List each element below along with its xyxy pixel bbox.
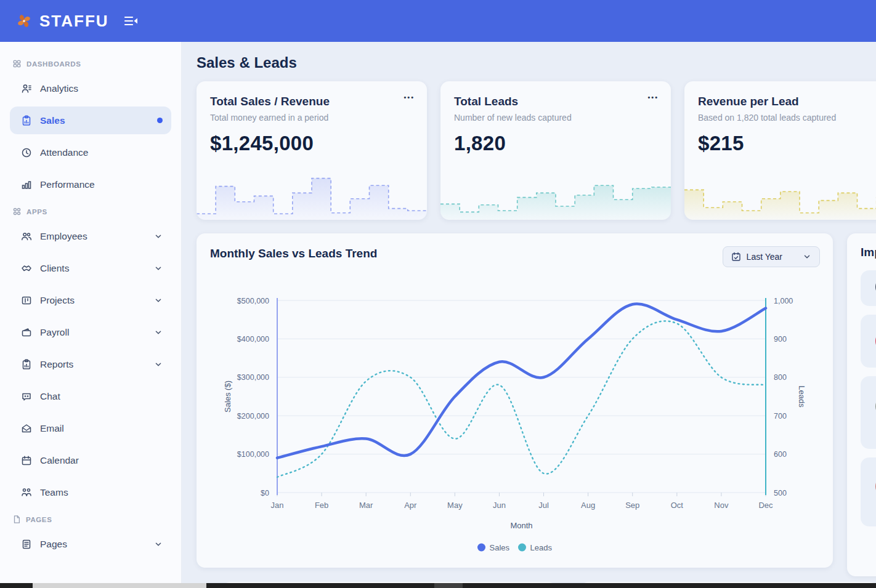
calendar-check-icon: [731, 252, 741, 262]
legend-leads-label[interactable]: Leads: [530, 543, 553, 552]
svg-text:Leads: Leads: [797, 385, 806, 408]
svg-text:$500,000: $500,000: [237, 297, 269, 305]
card-subtitle: Number of new leads captured: [454, 113, 657, 123]
top-app-bar: STAFFU: [0, 0, 876, 42]
file-icon: [12, 515, 21, 524]
card-total-sales: Total Sales / Revenue Total money earned…: [197, 81, 427, 220]
svg-text:$200,000: $200,000: [237, 412, 269, 421]
clients-handshake-icon: [21, 263, 32, 274]
panel-list-item[interactable]: [861, 315, 876, 368]
email-icon: [21, 423, 32, 434]
svg-text:500: 500: [774, 489, 787, 497]
svg-text:Aug: Aug: [581, 501, 595, 510]
side-panel-title: Imp: [861, 246, 876, 259]
sidebar-collapse-icon[interactable]: [124, 15, 139, 27]
sales-report-icon: [21, 115, 32, 126]
sidebar-item-clients[interactable]: Clients: [10, 254, 171, 282]
sidebar: DASHBOARDS Analytics Sales Attendance Pe…: [0, 42, 182, 588]
leads-sparkline: [440, 163, 671, 220]
horizontal-scrollbar[interactable]: [0, 583, 876, 588]
sales-sparkline: [197, 163, 427, 220]
side-panel-card: Imp: [847, 233, 876, 576]
legend-leads-dot[interactable]: [518, 544, 526, 552]
sales-line: [277, 304, 766, 457]
svg-text:Sep: Sep: [625, 501, 639, 510]
legend-sales-label[interactable]: Sales: [490, 543, 510, 552]
sidebar-item-teams[interactable]: Teams: [10, 478, 171, 506]
main-content: Sales & Leads Total Sales / Revenue Tota…: [182, 42, 876, 588]
svg-text:Month: Month: [510, 521, 532, 530]
sidebar-item-projects[interactable]: Projects: [10, 286, 171, 314]
svg-text:700: 700: [774, 412, 787, 421]
sidebar-item-chat[interactable]: Chat: [10, 382, 171, 410]
clock-icon: [21, 147, 32, 158]
svg-text:$100,000: $100,000: [237, 450, 269, 459]
card-title: Total Leads: [454, 95, 657, 108]
sidebar-item-employees[interactable]: Employees: [10, 222, 171, 250]
svg-text:Nov: Nov: [714, 501, 729, 510]
card-revenue-per-lead: Revenue per Lead Based on 1,820 total le…: [684, 81, 876, 220]
panel-list-item[interactable]: [861, 457, 876, 526]
sidebar-item-reports[interactable]: Reports: [10, 350, 171, 378]
revenue-sparkline: [684, 163, 876, 220]
sidebar-item-performance[interactable]: Performance: [10, 171, 171, 198]
calendar-icon: [21, 455, 32, 466]
card-total-leads: Total Leads Number of new leads captured…: [440, 81, 671, 220]
chevron-down-icon: [154, 264, 163, 273]
more-options-icon[interactable]: •••: [404, 94, 415, 101]
card-subtitle: Total money earned in a period: [210, 113, 413, 123]
section-pages: PAGES: [12, 515, 171, 524]
sidebar-item-sales[interactable]: Sales: [10, 107, 171, 134]
card-value: $215: [698, 132, 876, 155]
chevron-down-icon: [154, 360, 163, 369]
date-range-select[interactable]: Last Year: [723, 246, 820, 267]
chevron-down-icon: [154, 328, 163, 337]
chevron-down-icon: [154, 232, 163, 241]
brand-name: STAFFU: [39, 12, 109, 31]
reports-icon: [21, 359, 32, 370]
apps-icon: [12, 207, 22, 216]
svg-text:Jun: Jun: [493, 501, 506, 510]
scrollbar-thumb[interactable]: [33, 583, 206, 588]
card-title: Total Sales / Revenue: [210, 95, 413, 108]
more-options-icon[interactable]: •••: [647, 94, 659, 101]
range-label: Last Year: [747, 252, 782, 262]
svg-text:Jan: Jan: [271, 501, 284, 510]
svg-text:Apr: Apr: [404, 501, 417, 510]
teams-icon: [21, 487, 32, 498]
panel-list-item[interactable]: [861, 270, 876, 306]
svg-text:800: 800: [774, 373, 787, 382]
leads-line: [277, 321, 766, 477]
sidebar-item-email[interactable]: Email: [10, 414, 171, 442]
stat-cards-row: Total Sales / Revenue Total money earned…: [197, 81, 876, 220]
svg-text:Feb: Feb: [315, 501, 328, 510]
employees-icon: [21, 231, 32, 242]
monthly-trend-card: Monthly Sales vs Leads Trend Last Year $…: [197, 233, 833, 568]
section-dashboards: DASHBOARDS: [12, 59, 171, 68]
sidebar-item-pages[interactable]: Pages: [10, 530, 171, 558]
scrollbar-segment: [434, 583, 463, 588]
card-value: $1,245,000: [210, 132, 413, 155]
svg-text:Oct: Oct: [671, 501, 684, 510]
grid-icon: [12, 59, 22, 68]
brand-logo[interactable]: STAFFU: [15, 12, 109, 31]
chevron-down-icon: [154, 540, 163, 549]
svg-text:$400,000: $400,000: [237, 335, 269, 344]
active-indicator-dot: [157, 118, 163, 123]
pinwheel-logo-icon: [15, 12, 33, 30]
sidebar-item-payroll[interactable]: Payroll: [10, 318, 171, 346]
sidebar-item-analytics[interactable]: Analytics: [10, 75, 171, 102]
card-subtitle: Based on 1,820 total leads captured: [698, 113, 876, 123]
sales-leads-chart: $0500$100,000600$200,000700$300,000800$4…: [210, 284, 820, 564]
legend-sales-dot[interactable]: [477, 544, 485, 552]
chevron-down-icon: [154, 296, 163, 305]
bar-chart-icon: [21, 179, 32, 190]
panel-list-item[interactable]: [861, 376, 876, 449]
svg-text:1,000: 1,000: [774, 297, 793, 305]
svg-text:Sales ($): Sales ($): [223, 381, 232, 413]
sidebar-item-attendance[interactable]: Attendance: [10, 139, 171, 166]
svg-text:Mar: Mar: [359, 501, 373, 510]
svg-text:$300,000: $300,000: [237, 373, 269, 382]
chat-bubble-icon: [21, 391, 32, 402]
sidebar-item-calendar[interactable]: Calendar: [10, 446, 171, 474]
